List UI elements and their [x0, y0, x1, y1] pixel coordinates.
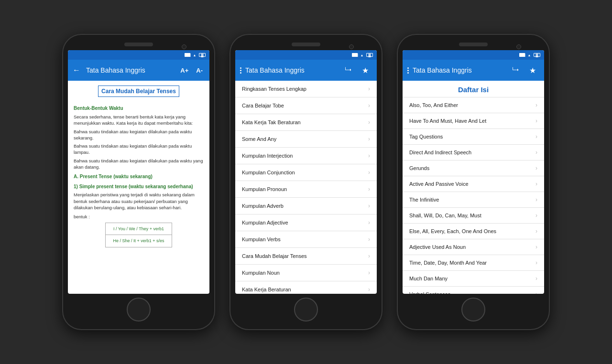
list-item-text: Kumpulan Adverb	[242, 203, 284, 209]
app-title-2: Tata Bahasa Inggris	[245, 66, 338, 74]
home-bar-3[interactable]	[461, 298, 485, 321]
toc-item[interactable]: Verbal Sentences›	[403, 287, 544, 294]
chevron-icon: ›	[536, 102, 537, 108]
toc-item[interactable]: Time, Date, Day, Month And Year›	[403, 255, 544, 271]
list-item[interactable]: Kumpulan Pronoun›	[235, 181, 377, 198]
phone-2: ▐▐▐ ▲ ▓ Tata Bahasa Inggris ⮡ ★ R	[230, 34, 382, 330]
share-button-2[interactable]: ⮡	[341, 64, 355, 77]
list-item[interactable]: Kumpulan Verbs›	[235, 231, 377, 248]
toc-item[interactable]: Adjective Used As Noun›	[403, 239, 544, 255]
share-icon-2: ⮡	[345, 66, 351, 74]
share-icon-3: ⮡	[512, 66, 519, 74]
chevron-icon: ›	[368, 102, 370, 109]
list-item[interactable]: Kumpulan Adverb›	[235, 198, 377, 214]
star-icon-3: ★	[529, 66, 536, 75]
bullet-2: Bahwa suatu tindakan atau kegiatan dilak…	[74, 143, 204, 156]
home-bar-2[interactable]	[294, 298, 318, 321]
toc-item[interactable]: Active And Passive Voice›	[403, 176, 544, 192]
list-item[interactable]: Cara Belajar Tobe›	[235, 97, 377, 114]
list-item-text: Kumpulan Verbs	[242, 236, 281, 242]
chevron-icon: ›	[368, 236, 370, 243]
battery-icon: ▓	[199, 53, 206, 57]
chevron-icon: ›	[536, 228, 537, 235]
toc-title: Daftar Isi	[458, 86, 489, 94]
camera-2	[349, 44, 354, 49]
list-item[interactable]: Kata Kerja Tak Beraturan›	[235, 114, 377, 131]
font-increase-button[interactable]: A+	[178, 66, 190, 75]
toc-item[interactable]: Much Dan Many›	[403, 271, 544, 287]
chevron-icon: ›	[536, 149, 537, 156]
menu-list: Ringkasan Tenses Lengkap›Cara Belajar To…	[235, 81, 377, 294]
signal-icon: ▐▐▐	[185, 53, 190, 57]
bookmark-button-2[interactable]: ★	[359, 64, 372, 77]
article-title: Cara Mudah Belajar Tenses	[98, 86, 179, 97]
status-bar-1: ▐▐▐ ▲ ▓	[68, 50, 209, 60]
list-item[interactable]: Cara Mudah Belajar Tenses›	[235, 248, 377, 265]
back-button[interactable]: ←	[73, 66, 80, 75]
star-icon-2: ★	[362, 66, 369, 75]
chevron-icon: ›	[536, 165, 537, 171]
toc-item[interactable]: The Infinitive›	[403, 192, 544, 208]
toc-item[interactable]: Tag Questions›	[403, 129, 544, 145]
list-item[interactable]: Kumpulan Conjunction›	[235, 164, 377, 181]
toc-item-text: Verbal Sentences	[409, 291, 450, 294]
list-item[interactable]: Kumpulan Noun›	[235, 265, 377, 281]
list-item-text: Kumpulan Interjection	[242, 153, 293, 159]
list-screen: Ringkasan Tenses Lengkap›Cara Belajar To…	[235, 81, 377, 294]
camera-3	[516, 44, 521, 49]
app-title-1: Tata Bahasa Inggris	[86, 66, 175, 74]
chevron-icon: ›	[368, 186, 370, 193]
camera-1	[182, 44, 186, 49]
toc-item-text: Time, Date, Day, Month And Year	[409, 260, 487, 266]
toc-screen: Daftar Isi Also, Too, And Either›Have To…	[403, 81, 544, 294]
toc-item[interactable]: Direct And Indirect Speech›	[403, 145, 544, 161]
app-bar-3: Tata Bahasa Inggris ⮡ ★	[403, 60, 544, 81]
signal-icon-2: ▐▐▐	[352, 53, 358, 57]
speaker-1	[124, 43, 153, 46]
toc-item[interactable]: Shall, Will, Do, Can, May, Must›	[403, 208, 544, 224]
chevron-icon: ›	[536, 259, 537, 266]
bentuk-label: bentuk :	[74, 214, 204, 220]
article-title-wrapper: Cara Mudah Belajar Tenses	[74, 86, 204, 101]
chevron-icon: ›	[368, 253, 370, 259]
toc-item[interactable]: Else, All, Every, Each, One And Ones›	[403, 224, 544, 239]
list-item[interactable]: Kumpulan Interjection›	[235, 148, 377, 164]
toc-item[interactable]: Also, Too, And Either›	[403, 97, 544, 113]
list-item-text: Ringkasan Tenses Lengkap	[242, 86, 306, 92]
toc-item-text: Direct And Indirect Speech	[409, 150, 471, 155]
status-bar-2: ▐▐▐ ▲ ▓	[235, 50, 377, 60]
grammar-table: I / You / We / They + verb1 He / She / I…	[105, 223, 172, 247]
list-item-text: Kumpulan Adjective	[242, 220, 288, 225]
table-row-1: I / You / We / They + verb1	[106, 223, 172, 235]
chevron-icon: ›	[368, 152, 370, 159]
section-heading-2: A. Present Tense (waktu sekarang)	[74, 173, 204, 180]
toc-item-text: Adjective Used As Noun	[409, 244, 466, 250]
list-item[interactable]: Ringkasan Tenses Lengkap›	[235, 81, 377, 97]
bookmark-button-3[interactable]: ★	[526, 64, 539, 77]
home-bar-1[interactable]	[127, 298, 151, 321]
chevron-icon: ›	[536, 181, 537, 187]
font-decrease-button[interactable]: A-	[194, 66, 205, 75]
menu-icon-3[interactable]	[407, 67, 409, 74]
list-item-text: Kumpulan Pronoun	[242, 186, 287, 192]
toc-item[interactable]: Have To And Must, Have And Let›	[403, 113, 544, 129]
speaker-2	[292, 43, 320, 46]
list-item[interactable]: Kumpulan Adjective›	[235, 214, 377, 231]
chevron-icon: ›	[368, 269, 370, 276]
toc-item-text: Tag Questions	[409, 134, 443, 139]
list-item[interactable]: Kata Kerja Beraturan›	[235, 281, 377, 294]
list-item[interactable]: Some And Any›	[235, 131, 377, 148]
phone-1: ▐▐▐ ▲ ▓ ← Tata Bahasa Inggris A+ A- Cara…	[62, 34, 215, 330]
menu-icon-2[interactable]	[240, 67, 241, 74]
wifi-icon-3: ▲	[526, 53, 532, 57]
chevron-icon: ›	[536, 118, 537, 124]
share-button-3[interactable]: ⮡	[509, 64, 522, 77]
toc-item[interactable]: Gerunds›	[403, 161, 544, 176]
paragraph-1: Secara sederhana, tense berarti bentuk k…	[74, 114, 204, 127]
toc-item-text: Gerunds	[409, 165, 429, 171]
bullet-1: Bahwa suatu tindakan atau kegiatan dilak…	[74, 128, 204, 141]
toc-item-text: Much Dan Many	[409, 276, 448, 281]
chevron-icon: ›	[368, 203, 370, 209]
toc-item-text: Have To And Must, Have And Let	[409, 118, 486, 124]
chevron-icon: ›	[536, 133, 537, 140]
